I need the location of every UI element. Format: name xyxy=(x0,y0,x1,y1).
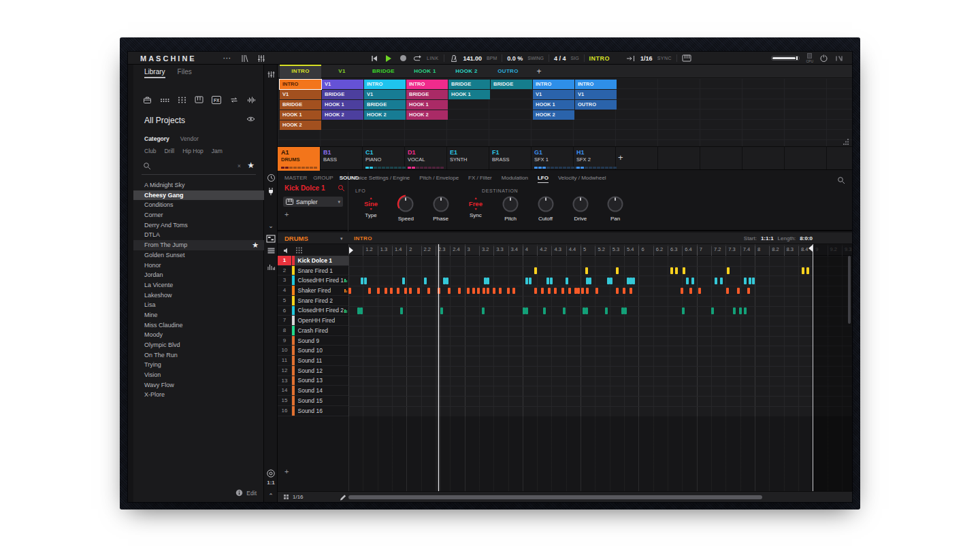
note-event[interactable] xyxy=(744,278,747,284)
note-event[interactable] xyxy=(686,278,689,284)
track-row-2[interactable]: 2Snare Fired 1 xyxy=(278,266,348,276)
note-event[interactable] xyxy=(361,278,363,284)
note-event[interactable] xyxy=(440,307,443,314)
add-sound-button[interactable]: + xyxy=(284,467,289,475)
page-tab-pitch-envelope[interactable]: Pitch / Envelope xyxy=(419,175,459,183)
note-event[interactable] xyxy=(467,288,470,295)
project-row[interactable]: Mine xyxy=(133,310,264,320)
note-event[interactable] xyxy=(806,267,809,274)
tag-club[interactable]: Club xyxy=(144,148,156,154)
tag-hip-hop[interactable]: Hip Hop xyxy=(182,148,203,154)
sig-value[interactable]: 4 / 4 xyxy=(554,55,566,62)
note-event[interactable] xyxy=(472,288,475,295)
group-slot-G1[interactable]: G1SFX 1 xyxy=(531,147,573,171)
pan-knob[interactable] xyxy=(598,194,633,214)
note-event[interactable] xyxy=(568,288,571,295)
note-event[interactable] xyxy=(739,307,742,314)
note-event[interactable] xyxy=(477,288,480,295)
note-event[interactable] xyxy=(424,278,427,284)
track-row-14[interactable]: 14Sound 14 xyxy=(278,386,348,396)
note-event[interactable] xyxy=(525,278,528,284)
pattern-cell-D-hook-2[interactable]: HOOK 2 xyxy=(406,110,448,120)
project-row[interactable]: Honor xyxy=(133,261,264,271)
group-slot-E1[interactable]: E1SYNTH xyxy=(446,147,489,171)
quantize-value[interactable]: 1/16 xyxy=(640,55,653,62)
pattern-cell-A-intro[interactable]: INTRO xyxy=(280,80,321,89)
start-value[interactable]: 1:1:1 xyxy=(761,235,774,241)
edit-control[interactable]: Edit xyxy=(235,489,257,497)
scene-tab-bridge[interactable]: BRIDGE xyxy=(363,65,404,78)
note-event[interactable] xyxy=(550,278,553,284)
mixer-icon[interactable] xyxy=(257,54,265,63)
more-options-icon[interactable]: ··· xyxy=(223,55,231,62)
note-event[interactable] xyxy=(670,267,673,274)
pattern-cell-H-outro[interactable]: OUTRO xyxy=(575,100,617,110)
note-event[interactable] xyxy=(737,288,740,295)
project-row[interactable]: Conditions xyxy=(133,200,264,210)
note-event[interactable] xyxy=(720,278,723,284)
note-event[interactable] xyxy=(404,288,407,295)
pattern-cell-C-hook-2[interactable]: HOOK 2 xyxy=(364,110,406,120)
project-icon[interactable] xyxy=(143,96,152,104)
track-name[interactable]: OpenHH Fired xyxy=(295,317,336,324)
plugin-icon[interactable] xyxy=(264,187,278,196)
project-row[interactable]: From The Jump★ xyxy=(133,240,264,250)
pattern-cell-A-v1[interactable]: V1 xyxy=(280,90,321,99)
track-row-13[interactable]: 13Sound 13 xyxy=(278,376,348,386)
phase-knob[interactable] xyxy=(423,194,459,214)
track-name[interactable]: Snare Fired 1 xyxy=(295,267,333,274)
sounds-icon[interactable] xyxy=(160,97,169,103)
note-event[interactable] xyxy=(681,288,683,295)
note-event[interactable] xyxy=(682,307,685,314)
audio-view-icon[interactable] xyxy=(264,263,278,272)
track-row-1[interactable]: 1Kick Dolce 1 xyxy=(278,256,348,266)
note-event[interactable] xyxy=(417,288,420,295)
note-event[interactable] xyxy=(711,307,714,314)
scope-tab-master[interactable]: MASTER xyxy=(284,175,307,181)
note-event[interactable] xyxy=(548,288,551,295)
project-row[interactable]: Lisa xyxy=(133,300,264,310)
note-event[interactable] xyxy=(610,278,612,284)
pattern-cell-C-intro[interactable]: INTRO xyxy=(364,80,406,89)
pattern-cell-D-hook-1[interactable]: HOOK 1 xyxy=(406,100,448,110)
track-name[interactable]: ClosedHH Fired 1 xyxy=(295,277,344,284)
track-row-16[interactable]: 16Sound 16 xyxy=(278,406,348,416)
note-event[interactable] xyxy=(586,288,589,295)
note-event[interactable] xyxy=(605,307,608,314)
track-name[interactable]: Kick Dolce 1 xyxy=(295,257,333,264)
group-slot-H1[interactable]: H1SFX 2 xyxy=(573,147,615,171)
group-slot-B1[interactable]: B1BASS xyxy=(320,147,362,171)
group-slot-D1[interactable]: D1VOCAL xyxy=(404,147,446,171)
note-event[interactable] xyxy=(487,288,489,295)
project-row[interactable]: Cheesy Gang xyxy=(133,190,264,201)
metronome-button[interactable] xyxy=(449,54,459,63)
group-slot-F1[interactable]: F1BRASS xyxy=(489,147,531,171)
note-grid[interactable] xyxy=(348,256,852,491)
scene-tab-intro[interactable]: INTRO xyxy=(280,65,321,78)
pattern-cell-F-bridge[interactable]: BRIDGE xyxy=(491,80,532,89)
track-row-9[interactable]: 9Sound 9 xyxy=(278,336,348,346)
note-event[interactable] xyxy=(630,288,632,295)
favorites-filter-icon[interactable]: ★ xyxy=(247,161,255,170)
track-name[interactable]: Sound 10 xyxy=(295,347,323,354)
bpm-value[interactable]: 141.00 xyxy=(463,55,483,62)
note-event[interactable] xyxy=(448,288,451,295)
pattern-cell-G-hook-2[interactable]: HOOK 2 xyxy=(533,110,574,120)
current-section-display[interactable]: INTRO xyxy=(589,55,610,62)
track-name[interactable]: Shaker Fired xyxy=(295,287,331,294)
project-row[interactable]: Golden Sunset xyxy=(133,250,264,261)
control-search-icon[interactable] xyxy=(837,176,845,184)
param-type[interactable]: ▲Sine▼Type xyxy=(353,194,389,218)
note-event[interactable] xyxy=(487,278,489,284)
note-event[interactable] xyxy=(689,288,692,295)
note-event[interactable] xyxy=(360,307,363,314)
note-event[interactable] xyxy=(566,278,568,284)
note-event[interactable] xyxy=(507,288,510,295)
page-tab-voice-settings-engine[interactable]: Voice Settings / Engine xyxy=(354,175,410,183)
sound-name[interactable]: Kick Dolce 1 xyxy=(284,184,325,192)
loops-icon[interactable] xyxy=(229,96,239,104)
record-button[interactable] xyxy=(398,54,408,63)
project-row[interactable]: X-Plore xyxy=(133,390,264,400)
note-event[interactable] xyxy=(483,288,485,295)
note-event[interactable] xyxy=(563,307,566,314)
